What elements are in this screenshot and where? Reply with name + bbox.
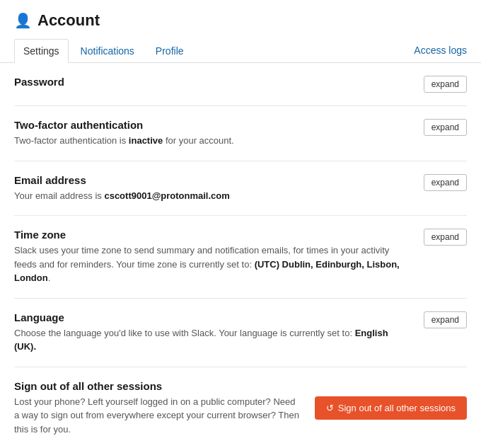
tab-settings[interactable]: Settings xyxy=(14,39,69,63)
two-factor-content: Two-factor authentication Two-factor aut… xyxy=(14,119,424,148)
timezone-title: Time zone xyxy=(14,229,410,241)
password-section: Password expand xyxy=(14,63,467,106)
two-factor-title: Two-factor authentication xyxy=(14,119,410,131)
sign-out-title: Sign out of all other sessions xyxy=(14,380,301,392)
language-desc: Choose the language you'd like to use wi… xyxy=(14,326,410,354)
email-expand-button[interactable]: expand xyxy=(424,174,467,191)
page-title-area: 👤 Account xyxy=(14,11,467,30)
two-factor-desc: Two-factor authentication is inactive fo… xyxy=(14,134,410,148)
timezone-section: Time zone Slack uses your time zone to s… xyxy=(14,216,467,299)
two-factor-expand-button[interactable]: expand xyxy=(424,119,467,136)
language-section: Language Choose the language you'd like … xyxy=(14,299,467,367)
tab-notifications[interactable]: Notifications xyxy=(71,39,144,63)
language-content: Language Choose the language you'd like … xyxy=(14,311,424,354)
nav-tabs: Settings Notifications Profile Access lo… xyxy=(14,38,467,62)
content-area: Password expand Two-factor authenticatio… xyxy=(0,63,481,448)
email-desc: Your email address is cscott9001@protonm… xyxy=(14,189,410,203)
email-title: Email address xyxy=(14,174,410,186)
page-title: Account xyxy=(37,11,100,30)
sign-out-desc: Lost your phone? Left yourself logged in… xyxy=(14,395,301,437)
tab-profile[interactable]: Profile xyxy=(146,39,193,63)
timezone-expand-button[interactable]: expand xyxy=(424,229,467,246)
two-factor-section: Two-factor authentication Two-factor aut… xyxy=(14,106,467,161)
sign-out-section: Sign out of all other sessions Lost your… xyxy=(14,367,467,449)
page-container: 👤 Account Settings Notifications Profile… xyxy=(0,0,481,448)
access-logs-link[interactable]: Access logs xyxy=(414,39,467,62)
sign-out-content: Sign out of all other sessions Lost your… xyxy=(14,380,301,437)
password-content: Password xyxy=(14,76,424,91)
email-content: Email address Your email address is csco… xyxy=(14,174,424,203)
password-title: Password xyxy=(14,76,410,88)
email-section: Email address Your email address is csco… xyxy=(14,161,467,217)
sign-out-icon: ↺ xyxy=(326,403,334,413)
sign-out-button-label: Sign out of all other sessions xyxy=(338,403,456,413)
language-title: Language xyxy=(14,311,410,323)
language-expand-button[interactable]: expand xyxy=(424,311,467,328)
page-header: 👤 Account Settings Notifications Profile… xyxy=(0,0,481,63)
password-expand-button[interactable]: expand xyxy=(424,76,467,93)
nav-tabs-left: Settings Notifications Profile xyxy=(14,38,196,62)
timezone-desc: Slack uses your time zone to send summar… xyxy=(14,243,410,285)
timezone-content: Time zone Slack uses your time zone to s… xyxy=(14,229,424,285)
sign-out-button[interactable]: ↺ Sign out of all other sessions xyxy=(315,396,467,420)
account-icon: 👤 xyxy=(14,12,32,29)
